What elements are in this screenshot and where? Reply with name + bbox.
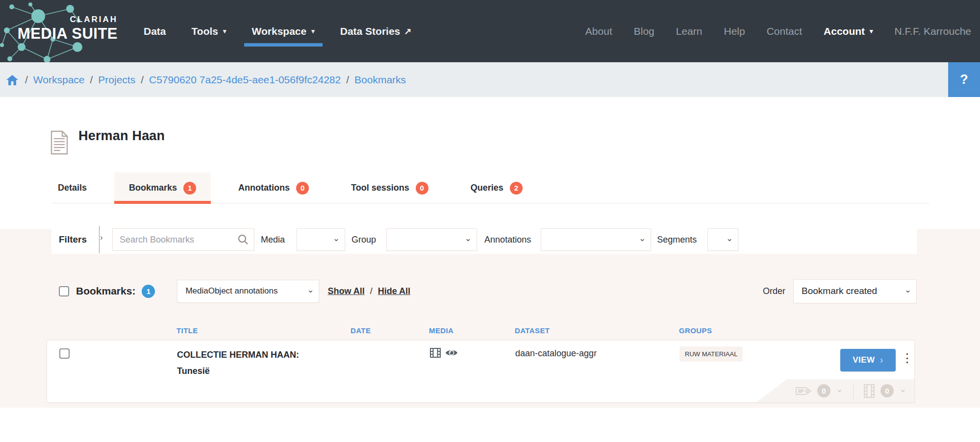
breadcrumb-item-project-id[interactable]: C5790620 7a25-4de5-aee1-056f9fc24282 [149, 74, 341, 86]
view-button-label: VIEW [853, 355, 875, 365]
breadcrumb-item-projects[interactable]: Projects [98, 74, 135, 86]
caret-down-icon: ▾ [223, 27, 226, 35]
tab-annotations[interactable]: Annotations 0 [224, 172, 324, 203]
bookmarks-heading: Bookmarks: [76, 285, 135, 297]
counter-divider [853, 383, 854, 399]
bookmark-type-value: MediaObject annotations [185, 286, 277, 296]
bookmarks-section-header: Bookmarks: 1 MediaObject annotations ⌄ S… [51, 277, 917, 305]
question-mark-icon: ? [960, 72, 968, 87]
nav-item-label: Data Stories [340, 25, 401, 37]
project-document-icon [50, 130, 68, 155]
column-header-groups: GROUPS [679, 326, 819, 335]
segments-filter-select[interactable]: ⌄ [707, 228, 738, 251]
page-title: Herman Haan [78, 128, 165, 144]
search-icon [238, 234, 249, 247]
tab-bookmarks[interactable]: Bookmarks 1 [114, 172, 211, 203]
tab-label: Queries [471, 183, 503, 193]
nav-item-label: Data [144, 25, 166, 37]
filters-divider: › [99, 226, 100, 253]
column-header-title: TITLE [176, 326, 351, 335]
nav-item-account[interactable]: Account ▾ [824, 25, 873, 37]
show-all-link[interactable]: Show All [327, 286, 364, 296]
chevron-down-icon: ⌄ [465, 234, 472, 243]
order-value: Bookmark created [802, 286, 877, 296]
bookmarks-count-badge: 1 [142, 285, 155, 298]
media-filter-label: Media [261, 235, 285, 245]
column-header-media: MEDIA [429, 326, 515, 335]
chevron-down-icon[interactable]: ⌄ [836, 384, 843, 394]
bookmark-row: COLLECTIE HERMAN HAAN: Tunesië daan-cata… [47, 340, 915, 403]
nav-item-help[interactable]: Help [724, 25, 745, 37]
group-filter-label: Group [352, 235, 376, 245]
nav-item-tools[interactable]: Tools ▾ [192, 25, 226, 37]
account-label: Account [824, 25, 865, 37]
brand-line1: CLARIAH [14, 15, 118, 25]
row-menu-button[interactable]: ⋮ [901, 352, 913, 364]
breadcrumb-item-bookmarks[interactable]: Bookmarks [354, 74, 406, 86]
column-header-dataset: DATASET [515, 326, 679, 335]
nav-secondary: About Blog Learn Help Contact Account ▾ … [585, 0, 971, 62]
bookmark-title[interactable]: COLLECTIE HERMAN HAAN: Tunesië [177, 341, 351, 402]
breadcrumb-separator: / [25, 74, 28, 86]
username: N.F.F. Karrouche [895, 25, 971, 37]
segments-film-icon [863, 384, 875, 398]
segments-filter-label: Segments [657, 235, 697, 245]
nav-item-about[interactable]: About [585, 25, 612, 37]
chevron-down-icon[interactable]: ⌄ [899, 384, 906, 394]
select-all-checkbox[interactable] [59, 286, 69, 296]
breadcrumb-item-workspace[interactable]: Workspace [33, 74, 85, 86]
row-checkbox[interactable] [59, 348, 70, 359]
nav-item-data[interactable]: Data [144, 25, 166, 37]
annotations-filter-label: Annotations [484, 235, 531, 245]
media-filter-select[interactable]: ⌄ [297, 228, 345, 251]
filters-label: Filters [59, 234, 87, 245]
show-hide-separator: / [370, 286, 373, 296]
chevron-down-icon: ⌄ [726, 234, 733, 243]
brand-wordmark[interactable]: CLARIAH MEDIA SUITE [14, 15, 118, 43]
filters-bar: Filters › Media ⌄ Group ⌄ Annotations ⌄ … [51, 225, 917, 254]
tab-badge: 2 [510, 182, 523, 195]
bookmark-title-line2: Tunesië [177, 363, 351, 379]
chevron-right-icon: › [880, 354, 883, 366]
nav-item-workspace[interactable]: Workspace ▾ [252, 25, 315, 37]
bookmark-type-select[interactable]: MediaObject annotations ⌄ [177, 280, 319, 303]
nav-item-contact[interactable]: Contact [767, 25, 802, 37]
hide-all-link[interactable]: Hide All [378, 286, 410, 296]
tab-details[interactable]: Details [43, 172, 101, 203]
external-link-icon: ↗ [404, 26, 411, 37]
home-icon[interactable] [6, 74, 19, 86]
annotation-tag-icon [795, 385, 812, 397]
caret-down-icon: ▾ [311, 27, 315, 35]
order-select[interactable]: Bookmark created ⌄ [793, 279, 917, 303]
nav-item-data-stories[interactable]: Data Stories ↗ [340, 25, 412, 37]
tab-badge: 0 [416, 182, 428, 195]
search-bookmarks-input[interactable] [112, 228, 254, 251]
eye-icon [445, 347, 458, 358]
group-filter-select[interactable]: ⌄ [386, 228, 477, 251]
nav-item-blog[interactable]: Blog [634, 25, 654, 37]
tab-label: Annotations [238, 183, 290, 193]
help-button[interactable]: ? [948, 62, 980, 97]
nav-item-learn[interactable]: Learn [676, 25, 703, 37]
bookmark-dataset: daan-catalogue-aggr [515, 341, 679, 402]
project-tabs: Details Bookmarks 1 Annotations 0 Tool s… [43, 172, 550, 203]
chevron-down-icon: ⌄ [333, 234, 340, 243]
tab-queries[interactable]: Queries 2 [456, 172, 537, 203]
tab-badge: 1 [183, 182, 196, 195]
brand-line2: MEDIA SUITE [14, 25, 118, 43]
film-icon [429, 347, 441, 358]
tab-label: Bookmarks [129, 183, 177, 193]
tab-tool-sessions[interactable]: Tool sessions 0 [336, 172, 443, 203]
nav-item-label: Tools [192, 25, 218, 37]
nav-item-label: Workspace [252, 25, 307, 37]
bookmark-title-line1: COLLECTIE HERMAN HAAN: [177, 347, 351, 363]
order-label: Order [763, 286, 785, 296]
annotations-filter-select[interactable]: ⌄ [541, 228, 651, 251]
breadcrumb-separator: / [141, 74, 144, 86]
top-nav: CLARIAH MEDIA SUITE Data Tools ▾ Workspa… [0, 0, 980, 62]
chevron-down-icon: ⌄ [307, 286, 314, 294]
bookmark-media [429, 341, 515, 402]
nav-primary: Data Tools ▾ Workspace ▾ Data Stories ↗ [144, 0, 411, 62]
tab-badge: 0 [296, 182, 309, 195]
view-button[interactable]: VIEW › [840, 349, 896, 371]
